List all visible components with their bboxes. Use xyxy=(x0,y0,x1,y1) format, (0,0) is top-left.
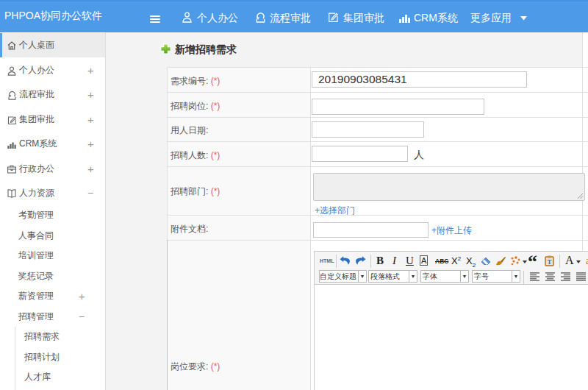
svg-text:T: T xyxy=(547,258,551,266)
